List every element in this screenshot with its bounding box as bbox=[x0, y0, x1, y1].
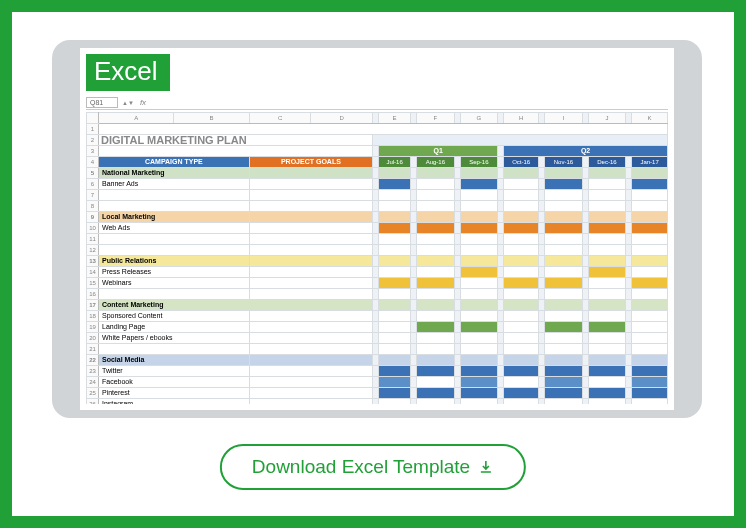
data-table: A B C D E F G H I bbox=[86, 112, 668, 404]
project-goals-header: PROJECT GOALS bbox=[249, 157, 372, 168]
tablet-frame: Excel Q81 ▲▼ fx A B C D E bbox=[52, 40, 702, 418]
row-sponsored: 18Sponsored Content bbox=[87, 311, 668, 322]
screen: Excel Q81 ▲▼ fx A B C D E bbox=[80, 48, 674, 410]
title-row: 2 DIGITAL MARKETING PLAN bbox=[87, 135, 668, 146]
column-header-row: A B C D E F G H I bbox=[87, 113, 668, 124]
quarter-row: 3 Q1 Q2 bbox=[87, 146, 668, 157]
outer-frame: Excel Q81 ▲▼ fx A B C D E bbox=[0, 0, 746, 528]
download-button[interactable]: Download Excel Template bbox=[220, 444, 526, 490]
category-national: 5 National Marketing bbox=[87, 168, 668, 179]
col-e[interactable]: E bbox=[379, 113, 411, 124]
month-aug: Aug-16 bbox=[417, 157, 455, 168]
spreadsheet-grid[interactable]: A B C D E F G H I bbox=[86, 112, 668, 404]
row-facebook: 24Facebook bbox=[87, 377, 668, 388]
category-social: 22 Social Media bbox=[87, 355, 668, 366]
row-banner-ads: 6 Banner Ads bbox=[87, 179, 668, 190]
col-g[interactable]: G bbox=[460, 113, 498, 124]
row-landing: 19Landing Page bbox=[87, 322, 668, 333]
col-j[interactable]: J bbox=[588, 113, 626, 124]
col-d[interactable]: D bbox=[311, 113, 373, 124]
row-press-releases: 14Press Releases bbox=[87, 267, 668, 278]
col-k[interactable]: K bbox=[632, 113, 668, 124]
campaign-type-header: CAMPAIGN TYPE bbox=[99, 157, 250, 168]
col-c[interactable]: C bbox=[249, 113, 311, 124]
category-content: 17 Content Marketing bbox=[87, 300, 668, 311]
month-jan: Jan-17 bbox=[632, 157, 668, 168]
row-instagram: 26Instagram bbox=[87, 399, 668, 405]
col-i[interactable]: I bbox=[545, 113, 583, 124]
month-dec: Dec-16 bbox=[588, 157, 626, 168]
row-twitter: 23Twitter bbox=[87, 366, 668, 377]
month-sep: Sep-16 bbox=[460, 157, 498, 168]
col-h[interactable]: H bbox=[504, 113, 539, 124]
category-local: 9 Local Marketing bbox=[87, 212, 668, 223]
app-title-banner: Excel bbox=[86, 54, 170, 91]
header-row: 4 CAMPAIGN TYPE PROJECT GOALS Jul-16 Aug… bbox=[87, 157, 668, 168]
col-a[interactable]: A bbox=[99, 113, 174, 124]
row-web-ads: 10 Web Ads bbox=[87, 223, 668, 234]
name-box[interactable]: Q81 bbox=[86, 97, 118, 108]
month-nov: Nov-16 bbox=[545, 157, 583, 168]
category-pr: 13 Public Relations bbox=[87, 256, 668, 267]
row-pinterest: 25Pinterest bbox=[87, 388, 668, 399]
download-icon bbox=[478, 459, 494, 475]
row-whitepapers: 20White Papers / ebooks bbox=[87, 333, 668, 344]
row-webinars: 15Webinars bbox=[87, 278, 668, 289]
dropdown-arrow-icon[interactable]: ▲▼ bbox=[122, 100, 134, 106]
col-b[interactable]: B bbox=[174, 113, 249, 124]
q1-header: Q1 bbox=[379, 146, 498, 157]
q2-header: Q2 bbox=[504, 146, 668, 157]
month-jul: Jul-16 bbox=[379, 157, 411, 168]
formula-bar: Q81 ▲▼ fx bbox=[86, 96, 668, 110]
plan-title: DIGITAL MARKETING PLAN bbox=[99, 135, 373, 146]
download-label: Download Excel Template bbox=[252, 456, 470, 478]
month-oct: Oct-16 bbox=[504, 157, 539, 168]
col-f[interactable]: F bbox=[417, 113, 455, 124]
fx-icon[interactable]: fx bbox=[140, 98, 146, 107]
